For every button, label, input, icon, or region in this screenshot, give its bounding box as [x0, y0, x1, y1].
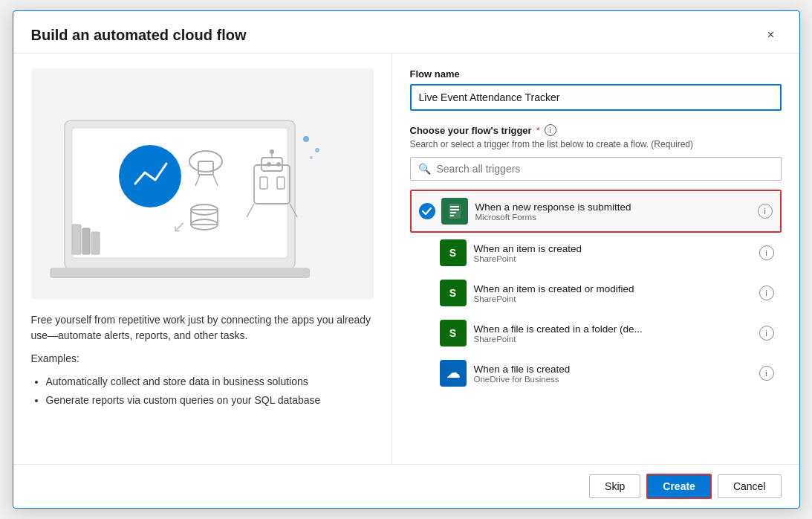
svg-point-25	[315, 148, 319, 152]
illustration: ↙	[31, 68, 374, 299]
search-input[interactable]	[437, 163, 773, 175]
trigger-source-forms: Microsoft Forms	[475, 213, 752, 222]
left-desc-text: Free yourself from repetitive work just …	[31, 312, 374, 344]
build-flow-dialog: Build an automated cloud flow ×	[13, 10, 800, 509]
svg-rect-21	[72, 225, 81, 254]
trigger-source-sp3: SharePoint	[474, 335, 753, 344]
skip-button[interactable]: Skip	[589, 474, 640, 498]
trigger-source-sp1: SharePoint	[474, 254, 753, 263]
trigger-label-row: Choose your flow's trigger * i	[410, 124, 782, 136]
required-star: *	[536, 125, 540, 136]
trigger-detail-btn-forms[interactable]: i	[758, 204, 773, 219]
trigger-info-icon[interactable]: i	[545, 124, 556, 136]
flow-name-label: Flow name	[410, 68, 782, 80]
svg-rect-23	[91, 232, 100, 254]
trigger-source-sp2: SharePoint	[474, 294, 753, 303]
svg-point-13	[267, 162, 271, 167]
dialog-title: Build an automated cloud flow	[31, 27, 247, 44]
example-item-1: Automatically collect and store data in …	[46, 374, 374, 390]
examples-label: Examples:	[31, 351, 374, 367]
cancel-button[interactable]: Cancel	[718, 474, 782, 498]
search-icon: 🔍	[418, 163, 431, 175]
examples-list: Automatically collect and store data in …	[31, 374, 374, 408]
right-panel: Flow name Choose your flow's trigger * i…	[392, 54, 799, 464]
trigger-item-forms[interactable]: When a new response is submitted Microso…	[410, 190, 782, 233]
trigger-list: When a new response is submitted Microso…	[410, 190, 782, 449]
sharepoint-icon-1: S	[440, 239, 467, 266]
trigger-info-sp3: When a file is created in a folder (de..…	[474, 323, 753, 344]
trigger-item-sp1[interactable]: S When an item is created SharePoint i	[410, 233, 782, 273]
trigger-detail-btn-onedrive[interactable]: i	[759, 366, 774, 381]
flow-name-input[interactable]	[410, 84, 782, 111]
trigger-name-sp2: When an item is created or modified	[474, 283, 753, 294]
trigger-info-sp1: When an item is created SharePoint	[474, 243, 753, 263]
svg-rect-2	[50, 268, 310, 278]
trigger-name-sp1: When an item is created	[474, 243, 753, 254]
left-panel: ↙ Free yourself from repetitive work jus…	[13, 54, 392, 464]
create-button[interactable]: Create	[646, 474, 712, 499]
onedrive-icon: ☁	[440, 360, 467, 387]
svg-rect-29	[450, 206, 459, 207]
left-description: Free yourself from repetitive work just …	[31, 312, 374, 411]
sharepoint-icon-3: S	[440, 320, 467, 346]
trigger-detail-btn-sp2[interactable]: i	[759, 286, 774, 300]
sharepoint-icon-2: S	[440, 280, 467, 306]
svg-rect-30	[450, 209, 459, 210]
svg-rect-1	[72, 128, 288, 258]
example-item-2: Generate reports via custom queries on y…	[46, 393, 374, 408]
dialog-body: ↙ Free yourself from repetitive work jus…	[13, 54, 799, 464]
svg-rect-31	[450, 212, 456, 213]
selected-check	[419, 203, 435, 219]
trigger-label: Choose your flow's trigger	[410, 125, 532, 136]
svg-point-26	[310, 156, 313, 159]
svg-rect-22	[82, 228, 90, 254]
close-button[interactable]: ×	[761, 25, 782, 45]
svg-point-16	[270, 149, 274, 154]
dialog-footer: Skip Create Cancel	[13, 464, 799, 508]
trigger-description: Search or select a trigger from the list…	[410, 139, 782, 149]
svg-point-14	[276, 162, 281, 167]
forms-icon	[441, 198, 468, 225]
svg-text:↙: ↙	[172, 217, 186, 236]
trigger-item-sp2[interactable]: S When an item is created or modified Sh…	[410, 273, 782, 313]
trigger-detail-btn-sp1[interactable]: i	[759, 245, 774, 260]
dialog-header: Build an automated cloud flow ×	[13, 11, 799, 54]
trigger-info-sp2: When an item is created or modified Shar…	[474, 283, 753, 303]
search-box: 🔍	[410, 157, 782, 181]
trigger-name-onedrive: When a file is created	[474, 364, 753, 375]
trigger-item-onedrive[interactable]: ☁ When a file is created OneDrive for Bu…	[410, 353, 782, 393]
trigger-name-forms: When a new response is submitted	[475, 202, 752, 213]
trigger-source-onedrive: OneDrive for Business	[474, 375, 753, 384]
svg-point-24	[303, 136, 309, 142]
trigger-info-forms: When a new response is submitted Microso…	[475, 202, 752, 222]
svg-rect-32	[450, 215, 454, 216]
trigger-detail-btn-sp3[interactable]: i	[759, 326, 774, 341]
trigger-info-onedrive: When a file is created OneDrive for Busi…	[474, 364, 753, 384]
trigger-name-sp3: When a file is created in a folder (de..…	[474, 323, 753, 335]
trigger-item-sp3[interactable]: S When a file is created in a folder (de…	[410, 313, 782, 353]
